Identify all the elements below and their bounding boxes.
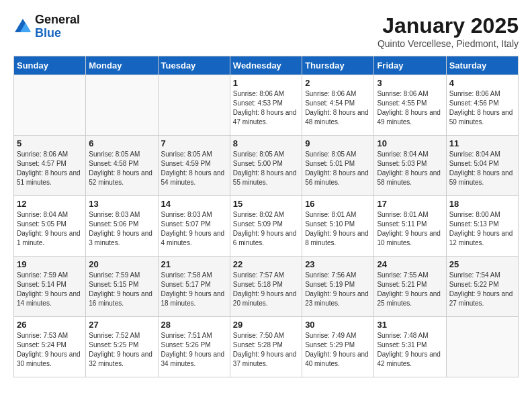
day-info: Sunrise: 7:49 AM Sunset: 5:29 PM Dayligh… [305,331,371,369]
day-info: Sunrise: 7:51 AM Sunset: 5:26 PM Dayligh… [161,331,227,369]
day-number: 1 [233,78,299,88]
calendar-cell: 10Sunrise: 8:04 AM Sunset: 5:03 PM Dayli… [374,136,446,196]
day-info: Sunrise: 8:06 AM Sunset: 4:57 PM Dayligh… [17,150,83,187]
day-number: 24 [377,259,443,269]
logo-icon [13,17,32,36]
day-number: 13 [89,199,154,209]
calendar-cell: 14Sunrise: 8:03 AM Sunset: 5:07 PM Dayli… [158,196,230,257]
day-number: 11 [449,138,515,148]
week-row-4: 19Sunrise: 7:59 AM Sunset: 5:14 PM Dayli… [14,257,519,317]
week-row-1: 1Sunrise: 8:06 AM Sunset: 4:53 PM Daylig… [14,75,519,136]
week-row-2: 5Sunrise: 8:06 AM Sunset: 4:57 PM Daylig… [14,136,519,196]
day-number: 4 [449,78,515,88]
day-number: 26 [17,320,83,330]
calendar-cell: 1Sunrise: 8:06 AM Sunset: 4:53 PM Daylig… [230,75,302,136]
day-info: Sunrise: 8:05 AM Sunset: 4:59 PM Dayligh… [161,150,227,187]
day-number: 2 [305,78,371,88]
logo-text: General Blue [35,13,80,40]
day-info: Sunrise: 8:02 AM Sunset: 5:09 PM Dayligh… [233,210,299,248]
day-number: 20 [89,259,154,269]
calendar-cell: 19Sunrise: 7:59 AM Sunset: 5:14 PM Dayli… [14,257,86,317]
day-number: 14 [161,199,227,209]
day-info: Sunrise: 8:06 AM Sunset: 4:54 PM Dayligh… [305,89,371,127]
calendar-cell: 11Sunrise: 8:04 AM Sunset: 5:04 PM Dayli… [446,136,518,196]
calendar-cell [446,317,518,377]
day-info: Sunrise: 8:04 AM Sunset: 5:05 PM Dayligh… [17,210,83,248]
calendar-cell: 30Sunrise: 7:49 AM Sunset: 5:29 PM Dayli… [302,317,374,377]
weekday-thursday: Thursday [302,56,374,75]
day-info: Sunrise: 7:53 AM Sunset: 5:24 PM Dayligh… [17,331,83,369]
calendar-cell: 17Sunrise: 8:01 AM Sunset: 5:11 PM Dayli… [374,196,446,257]
day-number: 16 [305,199,371,209]
day-number: 30 [305,320,371,330]
weekday-saturday: Saturday [446,56,518,75]
day-number: 9 [305,138,371,148]
day-info: Sunrise: 8:06 AM Sunset: 4:53 PM Dayligh… [233,89,299,127]
day-number: 3 [377,78,443,88]
calendar-cell: 15Sunrise: 8:02 AM Sunset: 5:09 PM Dayli… [230,196,302,257]
day-info: Sunrise: 8:04 AM Sunset: 5:04 PM Dayligh… [449,150,515,187]
day-number: 18 [449,199,515,209]
calendar-cell: 25Sunrise: 7:54 AM Sunset: 5:22 PM Dayli… [446,257,518,317]
week-row-3: 12Sunrise: 8:04 AM Sunset: 5:05 PM Dayli… [14,196,519,257]
day-number: 29 [233,320,299,330]
calendar-cell [86,75,158,136]
calendar-cell: 27Sunrise: 7:52 AM Sunset: 5:25 PM Dayli… [86,317,158,377]
logo: General Blue [13,13,80,40]
calendar-cell: 21Sunrise: 7:58 AM Sunset: 5:17 PM Dayli… [158,257,230,317]
day-number: 28 [161,320,227,330]
day-info: Sunrise: 8:06 AM Sunset: 4:55 PM Dayligh… [377,89,443,127]
calendar-cell: 26Sunrise: 7:53 AM Sunset: 5:24 PM Dayli… [14,317,86,377]
calendar-cell: 4Sunrise: 8:06 AM Sunset: 4:56 PM Daylig… [446,75,518,136]
day-number: 10 [377,138,443,148]
day-number: 12 [17,199,83,209]
weekday-header-row: SundayMondayTuesdayWednesdayThursdayFrid… [14,56,519,75]
calendar-cell: 22Sunrise: 7:57 AM Sunset: 5:18 PM Dayli… [230,257,302,317]
day-info: Sunrise: 8:05 AM Sunset: 4:58 PM Dayligh… [89,150,154,187]
day-info: Sunrise: 7:56 AM Sunset: 5:19 PM Dayligh… [305,271,371,308]
day-info: Sunrise: 7:52 AM Sunset: 5:25 PM Dayligh… [89,331,154,369]
day-info: Sunrise: 8:05 AM Sunset: 5:00 PM Dayligh… [233,150,299,187]
calendar-cell: 2Sunrise: 8:06 AM Sunset: 4:54 PM Daylig… [302,75,374,136]
month-title: January 2025 [378,13,519,38]
weekday-friday: Friday [374,56,446,75]
day-number: 27 [89,320,154,330]
calendar-cell: 12Sunrise: 8:04 AM Sunset: 5:05 PM Dayli… [14,196,86,257]
calendar-cell: 6Sunrise: 8:05 AM Sunset: 4:58 PM Daylig… [86,136,158,196]
calendar-cell [158,75,230,136]
day-number: 7 [161,138,227,148]
weekday-wednesday: Wednesday [230,56,302,75]
day-info: Sunrise: 8:03 AM Sunset: 5:07 PM Dayligh… [161,210,227,248]
calendar-cell: 23Sunrise: 7:56 AM Sunset: 5:19 PM Dayli… [302,257,374,317]
day-info: Sunrise: 7:57 AM Sunset: 5:18 PM Dayligh… [233,271,299,308]
day-info: Sunrise: 7:48 AM Sunset: 5:31 PM Dayligh… [377,331,443,369]
day-number: 31 [377,320,443,330]
day-info: Sunrise: 7:50 AM Sunset: 5:28 PM Dayligh… [233,331,299,369]
day-info: Sunrise: 7:54 AM Sunset: 5:22 PM Dayligh… [449,271,515,308]
weekday-sunday: Sunday [14,56,86,75]
day-number: 15 [233,199,299,209]
weekday-monday: Monday [86,56,158,75]
day-info: Sunrise: 7:58 AM Sunset: 5:17 PM Dayligh… [161,271,227,308]
calendar-table: SundayMondayTuesdayWednesdayThursdayFrid… [13,56,519,377]
day-info: Sunrise: 8:06 AM Sunset: 4:56 PM Dayligh… [449,89,515,127]
calendar-cell: 24Sunrise: 7:55 AM Sunset: 5:21 PM Dayli… [374,257,446,317]
calendar-cell: 31Sunrise: 7:48 AM Sunset: 5:31 PM Dayli… [374,317,446,377]
day-number: 8 [233,138,299,148]
day-number: 6 [89,138,154,148]
day-info: Sunrise: 7:59 AM Sunset: 5:14 PM Dayligh… [17,271,83,308]
day-number: 19 [17,259,83,269]
weekday-tuesday: Tuesday [158,56,230,75]
calendar-cell: 5Sunrise: 8:06 AM Sunset: 4:57 PM Daylig… [14,136,86,196]
day-info: Sunrise: 7:55 AM Sunset: 5:21 PM Dayligh… [377,271,443,308]
calendar-cell: 29Sunrise: 7:50 AM Sunset: 5:28 PM Dayli… [230,317,302,377]
calendar-body: 1Sunrise: 8:06 AM Sunset: 4:53 PM Daylig… [14,75,519,377]
calendar-cell: 3Sunrise: 8:06 AM Sunset: 4:55 PM Daylig… [374,75,446,136]
calendar-cell: 18Sunrise: 8:00 AM Sunset: 5:13 PM Dayli… [446,196,518,257]
title-area: January 2025 Quinto Vercellese, Piedmont… [378,13,519,49]
location: Quinto Vercellese, Piedmont, Italy [378,38,519,49]
day-info: Sunrise: 8:05 AM Sunset: 5:01 PM Dayligh… [305,150,371,187]
calendar-cell: 16Sunrise: 8:01 AM Sunset: 5:10 PM Dayli… [302,196,374,257]
calendar-cell: 28Sunrise: 7:51 AM Sunset: 5:26 PM Dayli… [158,317,230,377]
day-info: Sunrise: 8:04 AM Sunset: 5:03 PM Dayligh… [377,150,443,187]
